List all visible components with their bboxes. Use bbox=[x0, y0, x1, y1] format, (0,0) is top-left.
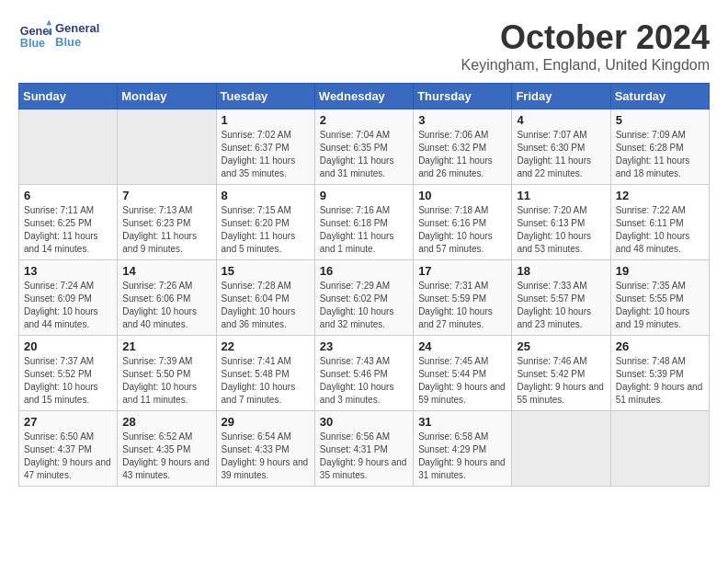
calendar-cell bbox=[118, 109, 216, 185]
calendar-cell: 18Sunrise: 7:33 AMSunset: 5:57 PMDayligh… bbox=[512, 260, 610, 336]
day-number: 3 bbox=[418, 113, 506, 127]
calendar-cell: 6Sunrise: 7:11 AMSunset: 6:25 PMDaylight… bbox=[19, 185, 118, 260]
calendar-week-2: 6Sunrise: 7:11 AMSunset: 6:25 PMDaylight… bbox=[19, 185, 710, 260]
month-title: October 2024 bbox=[461, 18, 710, 57]
day-detail: Sunrise: 7:28 AMSunset: 6:04 PMDaylight:… bbox=[222, 280, 310, 331]
calendar-cell: 3Sunrise: 7:06 AMSunset: 6:32 PMDaylight… bbox=[414, 109, 512, 185]
calendar-cell: 31Sunrise: 6:58 AMSunset: 4:29 PMDayligh… bbox=[414, 411, 512, 487]
calendar-header-row: SundayMondayTuesdayWednesdayThursdayFrid… bbox=[19, 84, 710, 109]
day-detail: Sunrise: 7:13 AMSunset: 6:23 PMDaylight:… bbox=[122, 204, 210, 256]
day-detail: Sunrise: 6:50 AMSunset: 4:37 PMDaylight:… bbox=[24, 431, 112, 482]
svg-text:Blue: Blue bbox=[20, 37, 45, 50]
day-number: 26 bbox=[616, 339, 704, 353]
title-area: October 2024 Keyingham, England, United … bbox=[461, 18, 710, 74]
day-number: 6 bbox=[24, 189, 112, 202]
day-number: 20 bbox=[24, 339, 112, 353]
calendar-cell: 24Sunrise: 7:45 AMSunset: 5:44 PMDayligh… bbox=[414, 336, 512, 411]
day-number: 31 bbox=[418, 415, 506, 429]
calendar-cell: 23Sunrise: 7:43 AMSunset: 5:46 PMDayligh… bbox=[314, 336, 413, 411]
col-header-monday: Monday bbox=[118, 84, 216, 109]
day-number: 28 bbox=[122, 415, 210, 429]
day-detail: Sunrise: 6:52 AMSunset: 4:35 PMDaylight:… bbox=[122, 431, 210, 482]
calendar-cell: 4Sunrise: 7:07 AMSunset: 6:30 PMDaylight… bbox=[512, 109, 610, 185]
day-number: 22 bbox=[222, 339, 310, 353]
col-header-friday: Friday bbox=[512, 84, 610, 109]
col-header-saturday: Saturday bbox=[610, 84, 709, 109]
day-number: 9 bbox=[320, 189, 408, 202]
calendar-cell: 25Sunrise: 7:46 AMSunset: 5:42 PMDayligh… bbox=[512, 336, 610, 411]
calendar-week-4: 20Sunrise: 7:37 AMSunset: 5:52 PMDayligh… bbox=[19, 336, 710, 411]
location-subtitle: Keyingham, England, United Kingdom bbox=[461, 57, 710, 74]
calendar-week-5: 27Sunrise: 6:50 AMSunset: 4:37 PMDayligh… bbox=[19, 411, 710, 487]
day-number: 12 bbox=[616, 189, 704, 202]
day-detail: Sunrise: 7:48 AMSunset: 5:39 PMDaylight:… bbox=[616, 355, 704, 407]
svg-marker-2 bbox=[47, 20, 51, 25]
day-detail: Sunrise: 7:20 AMSunset: 6:13 PMDaylight:… bbox=[517, 204, 605, 256]
header: General Blue General Blue October 2024 K… bbox=[18, 18, 710, 74]
calendar-week-1: 1Sunrise: 7:02 AMSunset: 6:37 PMDaylight… bbox=[19, 109, 710, 185]
day-number: 16 bbox=[320, 264, 408, 278]
calendar-cell bbox=[512, 411, 610, 487]
day-number: 15 bbox=[222, 264, 310, 278]
day-detail: Sunrise: 7:29 AMSunset: 6:02 PMDaylight:… bbox=[320, 280, 408, 331]
day-number: 1 bbox=[222, 113, 310, 127]
calendar-cell: 22Sunrise: 7:41 AMSunset: 5:48 PMDayligh… bbox=[216, 336, 314, 411]
day-number: 17 bbox=[418, 264, 506, 278]
logo-icon: General Blue bbox=[18, 18, 51, 52]
calendar-cell: 2Sunrise: 7:04 AMSunset: 6:35 PMDaylight… bbox=[314, 109, 413, 185]
day-detail: Sunrise: 7:04 AMSunset: 6:35 PMDaylight:… bbox=[320, 129, 408, 180]
calendar-cell: 15Sunrise: 7:28 AMSunset: 6:04 PMDayligh… bbox=[216, 260, 314, 336]
day-number: 27 bbox=[24, 415, 112, 429]
calendar-cell: 14Sunrise: 7:26 AMSunset: 6:06 PMDayligh… bbox=[118, 260, 216, 336]
day-detail: Sunrise: 7:02 AMSunset: 6:37 PMDaylight:… bbox=[222, 129, 310, 180]
calendar-cell: 8Sunrise: 7:15 AMSunset: 6:20 PMDaylight… bbox=[216, 185, 314, 260]
day-detail: Sunrise: 7:43 AMSunset: 5:46 PMDaylight:… bbox=[320, 355, 408, 407]
day-number: 7 bbox=[122, 189, 210, 202]
day-detail: Sunrise: 7:45 AMSunset: 5:44 PMDaylight:… bbox=[418, 355, 506, 407]
calendar-cell: 9Sunrise: 7:16 AMSunset: 6:18 PMDaylight… bbox=[314, 185, 413, 260]
day-detail: Sunrise: 6:58 AMSunset: 4:29 PMDaylight:… bbox=[418, 431, 506, 482]
calendar-cell: 13Sunrise: 7:24 AMSunset: 6:09 PMDayligh… bbox=[19, 260, 118, 336]
calendar-cell: 12Sunrise: 7:22 AMSunset: 6:11 PMDayligh… bbox=[610, 185, 709, 260]
calendar-cell: 17Sunrise: 7:31 AMSunset: 5:59 PMDayligh… bbox=[414, 260, 512, 336]
calendar-cell: 20Sunrise: 7:37 AMSunset: 5:52 PMDayligh… bbox=[19, 336, 118, 411]
col-header-tuesday: Tuesday bbox=[216, 84, 314, 109]
day-detail: Sunrise: 7:24 AMSunset: 6:09 PMDaylight:… bbox=[24, 280, 112, 331]
day-number: 30 bbox=[320, 415, 408, 429]
day-number: 2 bbox=[320, 113, 408, 127]
day-number: 18 bbox=[517, 264, 605, 278]
day-detail: Sunrise: 7:41 AMSunset: 5:48 PMDaylight:… bbox=[222, 355, 310, 407]
day-number: 29 bbox=[222, 415, 310, 429]
calendar-cell: 5Sunrise: 7:09 AMSunset: 6:28 PMDaylight… bbox=[610, 109, 709, 185]
day-detail: Sunrise: 7:06 AMSunset: 6:32 PMDaylight:… bbox=[418, 129, 506, 180]
calendar-cell: 29Sunrise: 6:54 AMSunset: 4:33 PMDayligh… bbox=[216, 411, 314, 487]
day-detail: Sunrise: 6:56 AMSunset: 4:31 PMDaylight:… bbox=[320, 431, 408, 482]
calendar-cell bbox=[610, 411, 709, 487]
calendar-cell: 1Sunrise: 7:02 AMSunset: 6:37 PMDaylight… bbox=[216, 109, 314, 185]
logo-text-general: General bbox=[55, 21, 99, 35]
day-detail: Sunrise: 7:18 AMSunset: 6:16 PMDaylight:… bbox=[418, 204, 506, 256]
day-detail: Sunrise: 7:46 AMSunset: 5:42 PMDaylight:… bbox=[517, 355, 605, 407]
day-number: 25 bbox=[517, 339, 605, 353]
day-number: 11 bbox=[517, 189, 605, 202]
day-detail: Sunrise: 7:39 AMSunset: 5:50 PMDaylight:… bbox=[122, 355, 210, 407]
day-number: 21 bbox=[122, 339, 210, 353]
col-header-thursday: Thursday bbox=[414, 84, 512, 109]
logo-text-blue: Blue bbox=[55, 35, 99, 49]
calendar-cell: 27Sunrise: 6:50 AMSunset: 4:37 PMDayligh… bbox=[19, 411, 118, 487]
day-detail: Sunrise: 7:09 AMSunset: 6:28 PMDaylight:… bbox=[616, 129, 704, 180]
day-number: 19 bbox=[616, 264, 704, 278]
calendar-cell: 16Sunrise: 7:29 AMSunset: 6:02 PMDayligh… bbox=[314, 260, 413, 336]
calendar-cell: 30Sunrise: 6:56 AMSunset: 4:31 PMDayligh… bbox=[314, 411, 413, 487]
day-number: 10 bbox=[418, 189, 506, 202]
col-header-wednesday: Wednesday bbox=[314, 84, 413, 109]
day-detail: Sunrise: 7:35 AMSunset: 5:55 PMDaylight:… bbox=[616, 280, 704, 331]
calendar-cell: 21Sunrise: 7:39 AMSunset: 5:50 PMDayligh… bbox=[118, 336, 216, 411]
day-detail: Sunrise: 7:33 AMSunset: 5:57 PMDaylight:… bbox=[517, 280, 605, 331]
calendar-cell: 11Sunrise: 7:20 AMSunset: 6:13 PMDayligh… bbox=[512, 185, 610, 260]
calendar-cell: 26Sunrise: 7:48 AMSunset: 5:39 PMDayligh… bbox=[610, 336, 709, 411]
day-number: 23 bbox=[320, 339, 408, 353]
calendar-cell: 28Sunrise: 6:52 AMSunset: 4:35 PMDayligh… bbox=[118, 411, 216, 487]
calendar-table: SundayMondayTuesdayWednesdayThursdayFrid… bbox=[18, 83, 710, 487]
day-detail: Sunrise: 7:37 AMSunset: 5:52 PMDaylight:… bbox=[24, 355, 112, 407]
